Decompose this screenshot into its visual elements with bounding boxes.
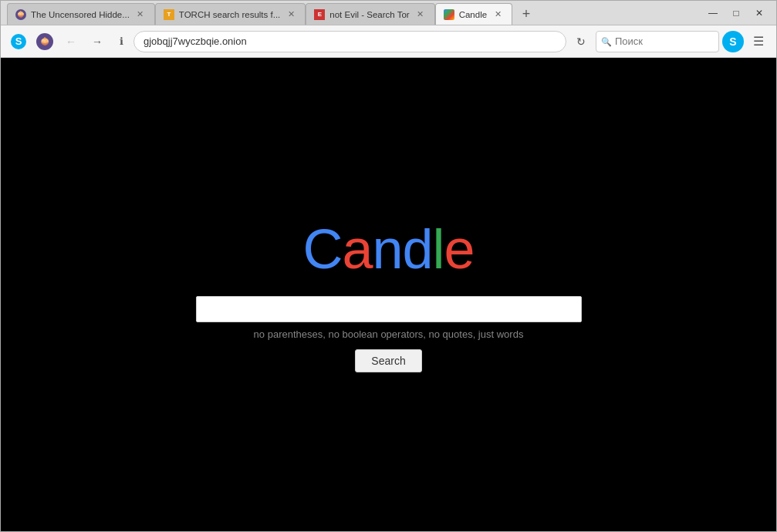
logo-letter-a: a <box>342 218 372 280</box>
search-bar-input[interactable] <box>596 31 719 52</box>
tab-1-label: The Uncensored Hidde... <box>31 10 130 19</box>
tab-3-label: not Evil - Search Tor <box>329 10 409 19</box>
logo-letter-d: d <box>403 218 433 280</box>
tab-4-close[interactable]: ✕ <box>492 8 504 21</box>
page-favicon-nav: ℹ <box>115 35 127 48</box>
page-content: Candle no parentheses, no boolean operat… <box>1 58 776 531</box>
logo-letter-l: l <box>433 218 444 280</box>
evil-favicon-icon: E <box>314 9 325 20</box>
minimize-button[interactable]: — <box>702 5 724 22</box>
logo-letter-e: e <box>444 218 475 280</box>
tab-2-label: TORCH search results f... <box>179 10 280 19</box>
tab-candle[interactable]: Candle ✕ <box>435 3 512 25</box>
tab-uncensored[interactable]: 🧅 The Uncensored Hidde... ✕ <box>7 3 155 25</box>
search-hint: no parentheses, no boolean operators, no… <box>254 328 524 340</box>
window-controls: — □ ✕ <box>702 5 770 22</box>
torch-favicon-icon: T <box>164 9 174 20</box>
browser-window: 🧅 The Uncensored Hidde... ✕ T TORCH sear… <box>0 0 777 532</box>
tab-1-close[interactable]: ✕ <box>134 8 147 21</box>
new-tab-button[interactable]: + <box>515 3 537 25</box>
tor-favicon-icon: 🧅 <box>15 9 26 20</box>
skype-nav-icon[interactable]: S <box>7 30 30 53</box>
close-button[interactable]: ✕ <box>748 5 770 22</box>
tab-4-label: Candle <box>459 10 487 19</box>
tor-nav-icon[interactable]: 🧅 <box>33 30 56 53</box>
menu-button[interactable]: ☰ <box>747 30 770 53</box>
title-bar: 🧅 The Uncensored Hidde... ✕ T TORCH sear… <box>1 1 776 25</box>
refresh-button[interactable]: ↻ <box>569 30 593 53</box>
tab-2-close[interactable]: ✕ <box>285 8 297 21</box>
logo-letter-n: n <box>372 218 402 280</box>
tab-torch[interactable]: T TORCH search results f... ✕ <box>155 3 306 25</box>
address-bar[interactable] <box>133 31 566 52</box>
candle-favicon-icon <box>444 9 454 20</box>
forward-button[interactable]: → <box>86 30 109 53</box>
tab-notevil[interactable]: E not Evil - Search Tor ✕ <box>306 3 434 25</box>
skype-right-icon[interactable]: S <box>722 31 744 52</box>
search-button[interactable]: Search <box>355 349 421 372</box>
main-search-input[interactable] <box>196 296 582 322</box>
nav-bar: S 🧅 ← → ℹ ↻ 🔍 S ☰ <box>1 25 776 58</box>
tab-3-close[interactable]: ✕ <box>414 8 427 21</box>
candle-logo: Candle <box>302 217 474 281</box>
back-button[interactable]: ← <box>59 30 83 53</box>
maximize-button[interactable]: □ <box>725 5 747 22</box>
logo-letter-c: C <box>302 218 342 280</box>
search-bar-icon: 🔍 <box>601 36 612 46</box>
tabs-container: 🧅 The Uncensored Hidde... ✕ T TORCH sear… <box>7 1 696 25</box>
search-bar-wrapper: 🔍 <box>596 31 719 52</box>
